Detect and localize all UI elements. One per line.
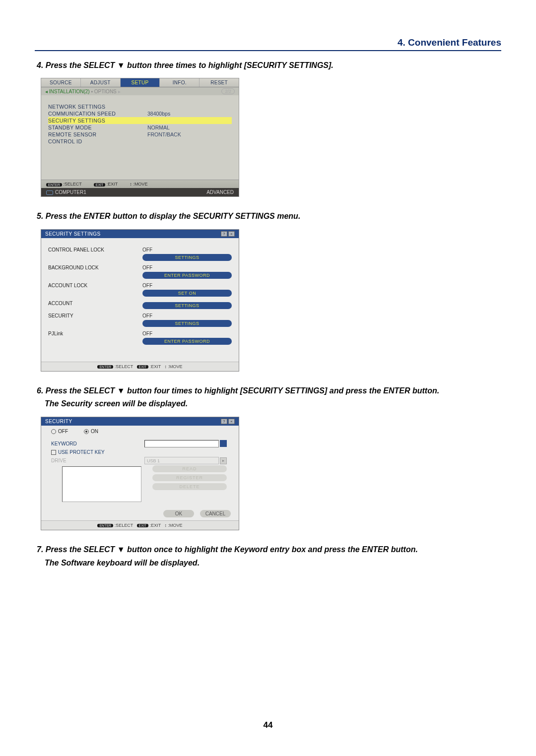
screenshot-security-dialog: SECURITY ? × OFF ON KEYWORD USE PROTECT … <box>41 417 501 531</box>
section-header: 4. Convenient Features <box>35 37 501 51</box>
key-exit: EXIT <box>94 183 106 187</box>
tab-source[interactable]: SOURCE <box>41 78 81 87</box>
status-mode: ADVANCED <box>206 189 234 195</box>
btn-settings-acc[interactable]: SETTINGS <box>142 302 232 309</box>
btn-enterpw-pj[interactable]: ENTER PASSWORD <box>142 338 232 345</box>
btn-enterpw-bgl[interactable]: ENTER PASSWORD <box>142 272 232 279</box>
btn-ok[interactable]: OK <box>163 510 194 517</box>
btn-delete: DELETE <box>152 483 227 490</box>
btn-read: READ <box>152 465 227 472</box>
protect-checkbox[interactable] <box>51 450 56 455</box>
tab-setup[interactable]: SETUP <box>121 78 160 87</box>
row-network[interactable]: NETWORK SETTINGS <box>48 103 232 110</box>
radio-on[interactable] <box>84 429 89 434</box>
row-standby[interactable]: STANDBY MODENORMAL <box>48 124 232 131</box>
row-acl: ACCOUNT LOCK <box>48 283 142 288</box>
screenshot-security-settings: SECURITY SETTINGS ? × CONTROL PANEL LOCK… <box>41 229 501 372</box>
step-7a: 7. Press the SELECT ▼ button once to hig… <box>35 544 501 555</box>
status-source: COMPUTER1 <box>55 189 86 195</box>
row-bgl: BACKGROUND LOCK <box>48 265 142 270</box>
dialog-title: SECURITY <box>45 419 72 424</box>
key-enter: ENTER <box>97 524 113 527</box>
key-enter: ENTER <box>46 183 62 187</box>
row-pjlink: PJLink <box>48 331 142 336</box>
btn-settings-cpl[interactable]: SETTINGS <box>142 254 232 261</box>
osd-tabs: SOURCE ADJUST SETUP INFO. RESET <box>41 78 239 87</box>
row-acc: ACCOUNT <box>48 301 142 306</box>
help-icon[interactable]: ? <box>221 231 227 237</box>
key-list <box>62 466 141 502</box>
tab-reset[interactable]: RESET <box>200 78 239 87</box>
row-control-id[interactable]: CONTROL ID <box>48 138 232 145</box>
source-icon <box>46 190 53 195</box>
screenshot-setup-menu: SOURCE ADJUST SETUP INFO. RESET ◂ INSTAL… <box>41 78 501 197</box>
key-exit: EXIT <box>137 365 149 369</box>
step-6b: The Security screen will be displayed. <box>35 398 501 409</box>
btn-cancel[interactable]: CANCEL <box>200 510 231 517</box>
keyword-input[interactable] <box>144 440 219 447</box>
close-icon[interactable]: × <box>228 419 235 424</box>
keyboard-icon[interactable] <box>220 440 227 447</box>
drive-combo: USB 1 <box>144 457 219 464</box>
step-7b: The Software keyboard will be displayed. <box>35 558 501 568</box>
page-number: 44 <box>0 720 536 730</box>
radio-off[interactable] <box>51 429 56 434</box>
close-icon[interactable]: × <box>228 231 235 237</box>
key-exit: EXIT <box>137 524 149 527</box>
btn-register: REGISTER <box>152 474 227 481</box>
chevron-right-icon: ▸ <box>220 457 227 464</box>
row-comm-speed[interactable]: COMMUNICATION SPEED38400bps <box>48 110 232 117</box>
key-updown: ↕ <box>130 182 132 187</box>
row-cpl: CONTROL PANEL LOCK <box>48 247 142 252</box>
page-indicator: 2/2 <box>221 88 235 94</box>
tab-adjust[interactable]: ADJUST <box>81 78 121 87</box>
btn-settings-sec[interactable]: SETTINGS <box>142 320 232 327</box>
help-icon[interactable]: ? <box>221 419 227 424</box>
row-security-settings[interactable]: SECURITY SETTINGS <box>48 117 232 124</box>
keyword-label: KEYWORD <box>51 441 144 446</box>
tab-info[interactable]: INFO. <box>160 78 200 87</box>
btn-seton-acl[interactable]: SET ON <box>142 290 232 297</box>
row-sec: SECURITY <box>48 313 142 318</box>
drive-label: DRIVE <box>51 458 144 463</box>
subtab-installation[interactable]: INSTALLATION(2) <box>49 89 90 94</box>
subtab-options[interactable]: OPTIONS <box>94 89 117 94</box>
step-6a: 6. Press the SELECT ▼ button four times … <box>35 385 501 396</box>
key-updown: ↕ <box>165 364 167 369</box>
step-5: 5. Press the ENTER button to display the… <box>35 211 501 222</box>
key-updown: ↕ <box>165 523 167 528</box>
dialog-title: SECURITY SETTINGS <box>45 231 101 237</box>
row-remote-sensor[interactable]: REMOTE SENSORFRONT/BACK <box>48 131 232 138</box>
step-4: 4. Press the SELECT ▼ button three times… <box>35 60 501 71</box>
key-enter: ENTER <box>97 365 113 369</box>
